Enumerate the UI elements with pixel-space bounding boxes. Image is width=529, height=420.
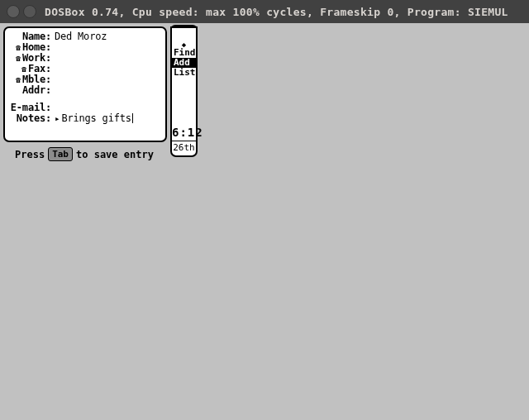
name-value: Ded Moroz <box>51 31 107 42</box>
notes-label: Notes: <box>17 113 51 124</box>
side-panel: ◆ Find Add List 6:12 26th <box>170 26 198 157</box>
field-notes[interactable]: Notes: ▸Brings gifts <box>10 113 160 124</box>
prompt-after: to save entry <box>76 149 154 160</box>
contact-card: Name: Ded Moroz ☎Home: ☎Work: ☎Fax: ☎Mbl… <box>3 26 167 142</box>
field-addr[interactable]: Addr: <box>10 85 160 96</box>
titlebar: DOSBox 0.74, Cpu speed: max 100% cycles,… <box>0 0 529 23</box>
window-buttons <box>0 5 45 18</box>
phone-icon: ☎ <box>14 53 22 64</box>
window-title: DOSBox 0.74, Cpu speed: max 100% cycles,… <box>45 6 529 18</box>
phone-icon: ☎ <box>14 74 22 85</box>
phone-icon: ☎ <box>14 42 22 53</box>
menu-item-list[interactable]: List <box>172 68 196 78</box>
clock: 6:12 <box>172 124 196 141</box>
prompt-before: Press <box>15 149 45 160</box>
date: 26th <box>172 141 196 154</box>
notes-value: Brings gifts <box>61 112 131 124</box>
addr-label: Addr: <box>22 85 51 96</box>
close-icon[interactable] <box>7 5 20 18</box>
minimize-icon[interactable] <box>23 5 36 18</box>
text-caret <box>132 113 134 123</box>
save-prompt: Press Tab to save entry <box>15 147 154 161</box>
app-area: Name: Ded Moroz ☎Home: ☎Work: ☎Fax: ☎Mbl… <box>0 23 529 28</box>
tab-key[interactable]: Tab <box>48 147 73 161</box>
